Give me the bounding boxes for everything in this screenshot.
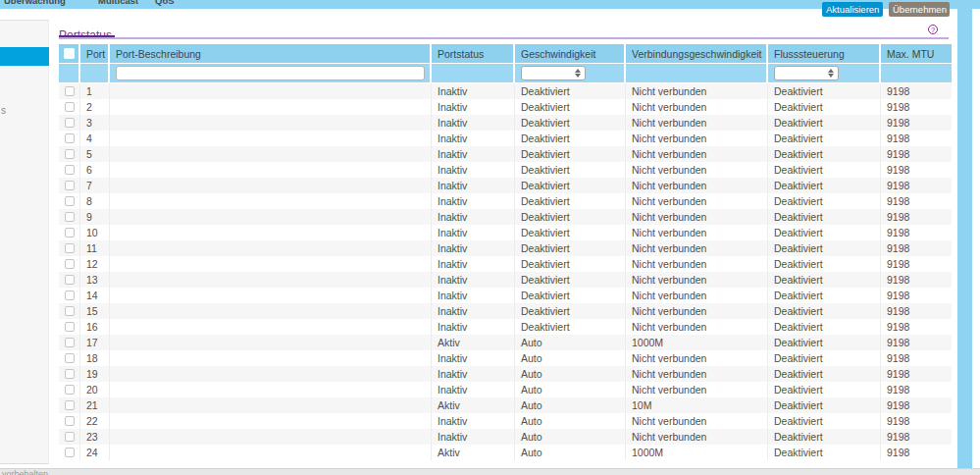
row-checkbox[interactable] bbox=[65, 228, 75, 238]
link-speed-cell: Nicht verbunden bbox=[626, 225, 768, 240]
speed-cell: Deaktiviert bbox=[515, 83, 626, 99]
flow-control-cell: Deaktiviert bbox=[768, 146, 881, 162]
status-cell: Inaktiv bbox=[432, 413, 515, 429]
speed-cell: Deaktiviert bbox=[515, 256, 626, 272]
row-checkbox[interactable] bbox=[65, 181, 75, 190]
row-checkbox-cell bbox=[59, 445, 80, 460]
row-checkbox[interactable] bbox=[65, 118, 75, 128]
description-cell bbox=[110, 209, 432, 225]
row-checkbox[interactable] bbox=[65, 369, 75, 379]
apply-button[interactable]: Übernehmen bbox=[889, 2, 950, 17]
refresh-button[interactable]: Aktualisieren bbox=[822, 2, 883, 17]
link-speed-cell: Nicht verbunden bbox=[626, 209, 768, 225]
row-checkbox[interactable] bbox=[65, 322, 75, 332]
status-cell: Inaktiv bbox=[432, 429, 515, 445]
row-checkbox[interactable] bbox=[65, 416, 75, 426]
row-checkbox[interactable] bbox=[65, 243, 75, 253]
row-checkbox[interactable] bbox=[65, 165, 75, 175]
description-filter-input[interactable] bbox=[116, 66, 425, 80]
col-header-status[interactable]: Portstatus bbox=[432, 44, 515, 63]
link-speed-cell: Nicht verbunden bbox=[626, 193, 768, 209]
sidebar-selected-item[interactable] bbox=[0, 47, 49, 66]
row-checkbox-cell bbox=[59, 209, 80, 225]
mtu-cell: 9198 bbox=[881, 288, 952, 303]
col-header-link-speed[interactable]: Verbindungsgeschwindigkeit bbox=[626, 44, 768, 63]
speed-filter-select[interactable] bbox=[521, 66, 586, 80]
row-checkbox-cell bbox=[59, 225, 80, 240]
status-cell: Inaktiv bbox=[432, 131, 515, 146]
nav-item-qos[interactable]: QoS bbox=[155, 0, 175, 6]
flow-control-cell: Deaktiviert bbox=[768, 288, 881, 303]
status-cell: Inaktiv bbox=[432, 193, 515, 209]
help-icon[interactable]: ? bbox=[928, 25, 938, 34]
table-row: 16InaktivDeaktiviertNicht verbundenDeakt… bbox=[59, 319, 952, 335]
speed-cell: Deaktiviert bbox=[515, 115, 626, 131]
row-checkbox[interactable] bbox=[65, 448, 75, 457]
description-cell bbox=[110, 240, 432, 256]
flow-control-cell: Deaktiviert bbox=[768, 350, 881, 366]
flow-control-filter-select[interactable] bbox=[774, 66, 839, 80]
link-speed-cell: Nicht verbunden bbox=[626, 429, 768, 445]
table-row: 3InaktivDeaktiviertNicht verbundenDeakti… bbox=[59, 115, 952, 131]
speed-cell: Auto bbox=[515, 366, 626, 382]
flow-control-cell: Deaktiviert bbox=[768, 335, 881, 350]
port-cell: 5 bbox=[80, 146, 110, 162]
row-checkbox[interactable] bbox=[65, 338, 75, 347]
sidebar-item-label-fragment[interactable]: s bbox=[1, 105, 6, 116]
row-checkbox[interactable] bbox=[65, 290, 75, 300]
row-checkbox[interactable] bbox=[65, 400, 75, 410]
speed-cell: Deaktiviert bbox=[515, 131, 626, 146]
row-checkbox[interactable] bbox=[65, 432, 75, 442]
row-checkbox[interactable] bbox=[65, 212, 75, 222]
link-speed-cell: Nicht verbunden bbox=[626, 319, 768, 335]
nav-item-multicast[interactable]: Multicast bbox=[98, 0, 138, 6]
status-cell: Inaktiv bbox=[432, 288, 515, 303]
col-header-speed[interactable]: Geschwindigkeit bbox=[515, 44, 626, 63]
port-cell: 19 bbox=[80, 366, 110, 382]
speed-cell: Deaktiviert bbox=[515, 225, 626, 240]
flow-control-cell: Deaktiviert bbox=[768, 319, 881, 335]
status-cell: Inaktiv bbox=[432, 225, 515, 240]
port-cell: 9 bbox=[80, 209, 110, 225]
status-cell: Inaktiv bbox=[432, 99, 515, 115]
row-checkbox[interactable] bbox=[65, 149, 75, 159]
select-all-cell bbox=[59, 44, 80, 63]
row-checkbox-cell bbox=[59, 83, 80, 99]
port-cell: 10 bbox=[80, 225, 110, 240]
row-checkbox[interactable] bbox=[65, 275, 75, 285]
description-cell bbox=[110, 445, 432, 460]
row-checkbox-cell bbox=[59, 178, 80, 193]
table-row: 6InaktivDeaktiviertNicht verbundenDeakti… bbox=[59, 162, 952, 178]
row-checkbox[interactable] bbox=[65, 133, 75, 143]
col-header-port[interactable]: Port bbox=[80, 44, 110, 63]
mtu-cell: 9198 bbox=[881, 240, 952, 256]
row-checkbox[interactable] bbox=[65, 353, 75, 363]
row-checkbox[interactable] bbox=[65, 196, 75, 206]
port-cell: 13 bbox=[80, 272, 110, 288]
mtu-cell: 9198 bbox=[881, 225, 952, 240]
port-cell: 21 bbox=[80, 397, 110, 413]
speed-cell: Deaktiviert bbox=[515, 319, 626, 335]
col-header-max-mtu[interactable]: Max. MTU bbox=[881, 44, 952, 63]
nav-item-ueberwachung[interactable]: Überwachung bbox=[4, 0, 66, 6]
row-checkbox-cell bbox=[59, 382, 80, 397]
mtu-cell: 9198 bbox=[881, 131, 952, 146]
row-checkbox[interactable] bbox=[65, 102, 75, 112]
port-cell: 24 bbox=[80, 445, 110, 460]
speed-cell: Auto bbox=[515, 397, 626, 413]
mtu-cell: 9198 bbox=[881, 303, 952, 319]
table-row: 1InaktivDeaktiviertNicht verbundenDeakti… bbox=[59, 83, 952, 99]
col-header-description[interactable]: Port-Beschreibung bbox=[110, 44, 432, 63]
flow-control-cell: Deaktiviert bbox=[768, 193, 881, 209]
select-all-checkbox[interactable] bbox=[64, 48, 75, 59]
page-title-row: Portstatus ? bbox=[59, 26, 949, 38]
row-checkbox[interactable] bbox=[65, 259, 75, 269]
link-speed-cell: 1000M bbox=[626, 445, 768, 460]
row-checkbox[interactable] bbox=[65, 86, 75, 96]
table-row: 2InaktivDeaktiviertNicht verbundenDeakti… bbox=[59, 99, 952, 115]
row-checkbox[interactable] bbox=[65, 385, 75, 395]
row-checkbox[interactable] bbox=[65, 306, 75, 316]
col-header-flow-control[interactable]: Flusssteuerung bbox=[768, 44, 881, 63]
table-row: 21AktivAuto10MDeaktiviert9198 bbox=[59, 397, 952, 413]
vertical-scrollbar[interactable] bbox=[957, 0, 972, 469]
